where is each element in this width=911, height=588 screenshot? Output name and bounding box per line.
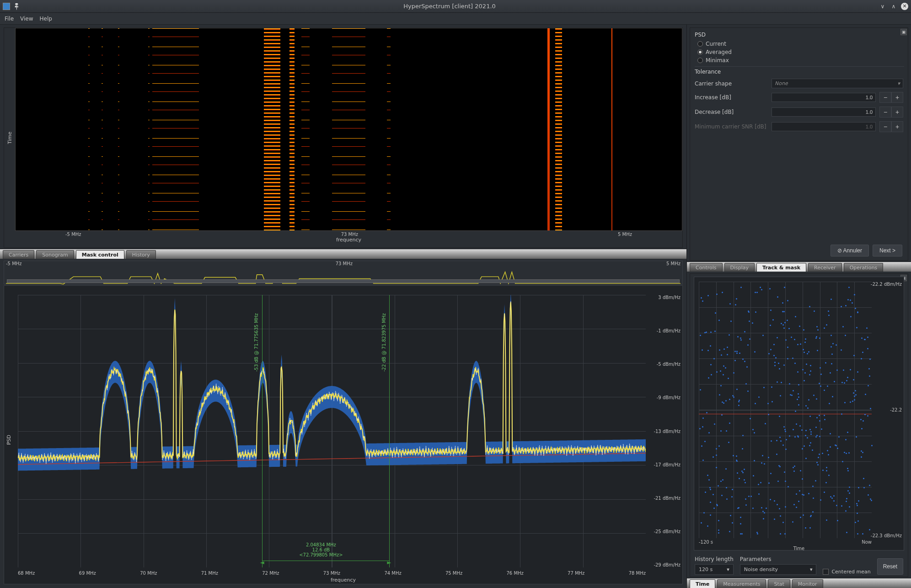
tab-measurements[interactable]: Measurements	[717, 579, 766, 588]
scatter-point	[733, 372, 734, 374]
scatter-point	[817, 350, 818, 351]
scatter-point	[756, 292, 758, 293]
scatter-point	[816, 398, 817, 400]
panel-minimize-icon[interactable]: ▣	[900, 29, 907, 35]
scatter-point	[804, 372, 806, 374]
scatter-point	[798, 501, 799, 502]
scatter-point	[802, 478, 803, 480]
scatter-point	[737, 472, 738, 474]
pin-icon[interactable]	[13, 3, 20, 10]
window-titlebar: HyperSpectrum [client] 2021.0 ∨ ∧ ✕	[0, 0, 911, 13]
scatter-point	[716, 371, 718, 373]
menu-view[interactable]: View	[20, 16, 33, 22]
scatter-point	[779, 416, 780, 417]
tab-track-mask[interactable]: Track & mask	[756, 263, 806, 272]
radio-minimax[interactable]: Minimax	[694, 56, 904, 64]
overview-strip[interactable]: -5 MHz 73 MHz 5 MHz	[4, 261, 683, 284]
decrease-minus-button[interactable]: −	[879, 107, 891, 118]
scatter-point	[760, 482, 761, 483]
menu-file[interactable]: File	[5, 16, 14, 22]
scatter-point	[722, 292, 723, 293]
scatter-point	[733, 396, 734, 398]
scatter-point	[720, 385, 722, 386]
marker-line-2[interactable]	[389, 295, 390, 567]
increase-input[interactable]	[772, 93, 876, 102]
decrease-plus-button[interactable]: +	[891, 107, 903, 118]
span-readout: 2.04834 MHz 12.6 dB <72.799805 MHz>	[289, 542, 353, 557]
overview-scrollbar[interactable]	[7, 279, 680, 283]
scatter-point	[781, 382, 782, 383]
spectrum-y-tick: -25 dBm/Hz	[654, 529, 681, 534]
carrier-shape-select[interactable]: None▾	[772, 79, 903, 88]
spectrum-x-tick: 68 MHz	[18, 571, 35, 576]
spectrum-x-label: frequency	[331, 577, 356, 583]
scatter-point	[742, 358, 744, 360]
spectrum-x-tick: 76 MHz	[507, 571, 524, 576]
tab-mask-control[interactable]: Mask control	[76, 250, 124, 259]
scatter-point	[738, 401, 740, 402]
tab-time[interactable]: Time	[690, 579, 715, 588]
scatter-point	[809, 306, 810, 307]
scatter-point	[868, 385, 869, 386]
spectrum-plot[interactable]: PSD frequency -53 dB @ 71.775635 MHz	[4, 285, 683, 584]
scatter-point	[845, 305, 847, 306]
scatter-y-bot: -22.3 dBm/Hz	[871, 533, 902, 538]
psd-title: PSD	[695, 32, 904, 38]
spectrum-x-tick: 73 MHz	[323, 571, 340, 576]
tab-display[interactable]: Display	[724, 263, 755, 272]
cancel-button[interactable]: ⊘ Annuler	[831, 245, 869, 257]
wf-x-label: frequency	[336, 237, 361, 243]
parameters-select[interactable]: Noise density▾	[740, 564, 817, 575]
tab-stat[interactable]: Stat	[768, 579, 790, 588]
radio-icon	[697, 58, 703, 63]
radio-averaged[interactable]: Averaged	[694, 48, 904, 56]
scatter-point	[771, 440, 772, 442]
scatter-point	[782, 444, 784, 446]
scatter-point	[740, 339, 742, 341]
tab-controls[interactable]: Controls	[690, 263, 723, 272]
scatter-point	[822, 453, 823, 454]
scatter-point	[808, 493, 809, 494]
scatter-point	[787, 320, 788, 321]
radio-current[interactable]: Current	[694, 40, 904, 48]
tab-carriers[interactable]: Carriers	[3, 250, 34, 259]
next-button[interactable]: Next >	[873, 245, 902, 257]
spectrum-y-tick: -21 dBm/Hz	[654, 496, 681, 501]
ov-x-min: -5 MHz	[6, 261, 22, 266]
history-length-select[interactable]: 120 s▾	[695, 564, 734, 575]
tab-sonogram[interactable]: Sonogram	[36, 250, 74, 259]
scatter-point	[701, 522, 702, 524]
span-arrow: ◄ ►	[262, 561, 390, 561]
tab-receiver[interactable]: Receiver	[808, 263, 842, 272]
maximize-icon[interactable]: ∧	[890, 3, 897, 10]
scatter-plot[interactable]: -120 s Now Time -22.2 dBm/Hz -22.2 -22.3…	[694, 277, 904, 551]
marker-line-1[interactable]	[262, 295, 263, 567]
minimize-icon[interactable]: ∨	[879, 3, 886, 10]
scatter-point	[861, 337, 863, 339]
scatter-point	[863, 420, 864, 422]
scatter-point	[702, 460, 704, 461]
min-snr-plus-button: +	[891, 121, 903, 132]
scatter-point	[762, 511, 764, 512]
increase-plus-button[interactable]: +	[891, 92, 903, 103]
menu-help[interactable]: Help	[40, 16, 52, 22]
scatter-point	[810, 442, 811, 444]
scatter-point	[800, 517, 801, 518]
scatter-point	[758, 396, 760, 398]
scatter-point	[822, 470, 824, 471]
scatter-point	[828, 315, 830, 316]
tab-monitor[interactable]: Monitor	[792, 579, 823, 588]
close-icon[interactable]: ✕	[901, 3, 908, 10]
tab-operations[interactable]: Operations	[844, 263, 883, 272]
waterfall-plot[interactable]: Time -5 MHz 73 MHz 5 MHz frequency	[4, 28, 682, 247]
checkbox-icon	[823, 569, 829, 575]
scatter-point	[861, 456, 862, 458]
scatter-point	[754, 351, 756, 353]
scatter-point	[748, 311, 750, 313]
decrease-input[interactable]	[772, 107, 876, 117]
increase-minus-button[interactable]: −	[879, 92, 891, 103]
centered-mean-checkbox[interactable]: Centered mean	[823, 569, 870, 575]
scatter-point	[798, 393, 799, 395]
reset-button[interactable]: Reset	[877, 558, 903, 575]
tab-history[interactable]: History	[126, 250, 156, 259]
